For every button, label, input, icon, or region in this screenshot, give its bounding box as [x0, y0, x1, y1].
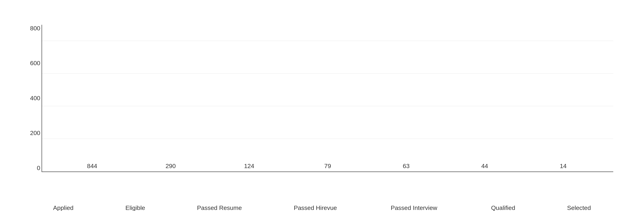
x-label-3: Passed Hirevue [294, 204, 337, 211]
bar-value-2: 124 [231, 163, 267, 170]
bar-value-6: 14 [545, 163, 581, 170]
y-ticks: 0 200 400 600 800 [28, 25, 40, 172]
y-tick-800: 800 [28, 25, 40, 32]
x-label-1: Eligible [125, 204, 145, 211]
chart-container: 0 200 400 600 800 84429012479634414 Appl… [16, 7, 628, 204]
bars-container: 84429012479634414 [42, 25, 613, 172]
chart-area: 0 200 400 600 800 84429012479634414 [42, 25, 613, 172]
y-tick-0: 0 [28, 165, 40, 172]
y-tick-200: 200 [28, 130, 40, 137]
x-label-4: Passed Interview 2(for GS13+) [389, 204, 439, 211]
bar-value-3: 79 [310, 163, 346, 170]
bar-value-4: 63 [388, 163, 424, 170]
bar-value-5: 44 [467, 163, 503, 170]
y-tick-400: 400 [28, 95, 40, 102]
y-tick-600: 600 [28, 60, 40, 67]
x-label-5: Qualified [491, 204, 515, 211]
x-labels: AppliedEligiblePassed ResumeReviewPassed… [16, 204, 628, 211]
bar-value-1: 290 [153, 163, 188, 170]
x-label-6: Selected [567, 204, 591, 211]
bar-value-0: 844 [74, 163, 110, 170]
x-label-0: Applied [53, 204, 73, 211]
x-label-2: Passed ResumeReview [197, 204, 242, 211]
